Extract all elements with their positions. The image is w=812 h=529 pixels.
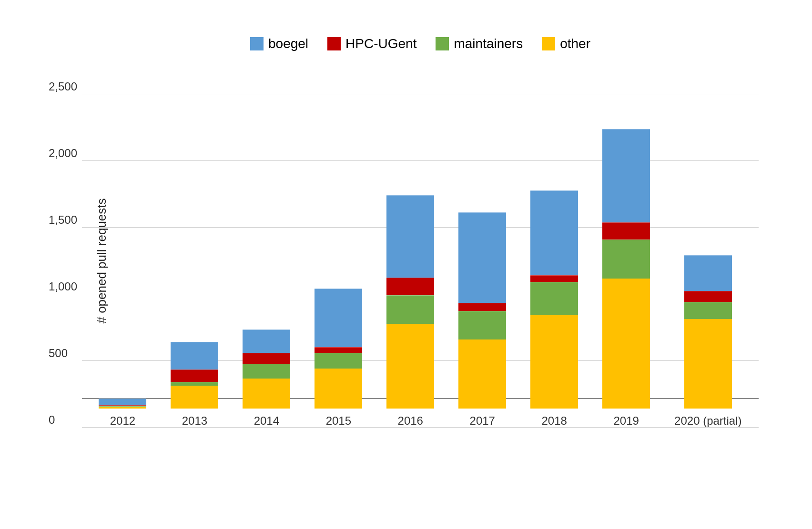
legend-label-maintainers: maintainers (454, 36, 523, 51)
bar-segment-maintainers-2019 (602, 240, 650, 278)
x-label-2013: 2013 (182, 414, 207, 428)
x-label-2012: 2012 (110, 414, 135, 428)
legend-label-other: other (560, 36, 590, 51)
bar-group-2016: 2016 (386, 195, 434, 428)
bar-group-2018: 2018 (530, 190, 578, 428)
bar-segment-hpcUGent-2016 (386, 278, 434, 295)
bar-segment-other-2016 (386, 324, 434, 409)
bar-stack-2017 (458, 212, 506, 409)
bar-stack-2016 (386, 195, 434, 409)
bar-segment-maintainers-2014 (243, 364, 290, 379)
bar-segment-other-2018 (530, 315, 578, 409)
bar-segment-boegel-2013 (171, 342, 218, 370)
bars-row: 201220132014201520162017201820192020 (pa… (82, 66, 759, 428)
chart-area: # opened pull requests 05001,0001,5002,0… (82, 66, 759, 456)
bar-segment-other-2012 (99, 407, 146, 409)
bar-segment-boegel-2019 (602, 129, 650, 222)
bar-group-2013: 2013 (171, 342, 218, 428)
bar-segment-other-2015 (315, 369, 362, 409)
y-tick-label-500: 500 (49, 347, 68, 360)
x-label-2019: 2019 (613, 414, 639, 428)
bar-segment-other-2020-(partial) (684, 319, 732, 409)
bar-segment-maintainers-2016 (386, 295, 434, 324)
bar-stack-2014 (243, 329, 290, 408)
y-tick-label-1500: 1,500 (49, 213, 77, 227)
legend-label-hpc-ugent: HPC-UGent (345, 36, 416, 51)
bar-segment-other-2019 (602, 279, 650, 409)
bar-segment-maintainers-2020-(partial) (684, 302, 732, 319)
legend: boegel HPC-UGent maintainers other (82, 36, 759, 51)
grid-and-bars: 05001,0001,5002,0002,500 201220132014201… (82, 66, 759, 428)
bar-segment-other-2013 (171, 386, 218, 409)
legend-item-boegel: boegel (250, 36, 308, 51)
y-tick-label-2500: 2,500 (49, 80, 77, 93)
bar-group-2017: 2017 (458, 212, 506, 428)
bar-segment-boegel-2014 (243, 329, 290, 353)
x-label-2018: 2018 (541, 414, 567, 428)
bar-group-2019: 2019 (602, 129, 650, 428)
bar-segment-maintainers-2013 (171, 382, 218, 386)
bar-stack-2012 (99, 399, 146, 409)
legend-item-hpc-ugent: HPC-UGent (327, 36, 416, 51)
y-tick-label-1000: 1,000 (49, 280, 77, 293)
bar-stack-2019 (602, 129, 650, 409)
chart-container: boegel HPC-UGent maintainers other # ope… (25, 27, 787, 503)
bar-stack-2015 (315, 289, 362, 409)
bar-group-2015: 2015 (315, 289, 362, 428)
boegel-swatch (250, 37, 264, 50)
bar-segment-boegel-2015 (315, 289, 362, 347)
bar-stack-2018 (530, 190, 578, 409)
x-label-2020-(partial): 2020 (partial) (674, 414, 741, 428)
x-label-2016: 2016 (398, 414, 423, 428)
bar-segment-boegel-2017 (458, 212, 506, 303)
legend-item-other: other (542, 36, 590, 51)
bar-segment-boegel-2020-(partial) (684, 255, 732, 291)
bar-segment-other-2014 (243, 379, 290, 409)
bar-stack-2013 (171, 342, 218, 409)
x-label-2015: 2015 (326, 414, 351, 428)
bar-segment-maintainers-2017 (458, 311, 506, 339)
bar-group-2020-(partial): 2020 (partial) (674, 255, 741, 428)
bar-segment-hpcUGent-2019 (602, 222, 650, 240)
bar-segment-hpcUGent-2015 (315, 347, 362, 353)
bar-segment-hpcUGent-2013 (171, 369, 218, 381)
bar-segment-maintainers-2018 (530, 282, 578, 315)
maintainers-swatch (436, 37, 449, 50)
x-label-2014: 2014 (254, 414, 279, 428)
hpc-ugent-swatch (327, 37, 341, 50)
legend-label-boegel: boegel (268, 36, 308, 51)
bar-segment-other-2017 (458, 339, 506, 408)
y-tick-label-0: 0 (49, 413, 55, 427)
bar-group-2012: 2012 (99, 399, 146, 428)
bar-segment-hpcUGent-2018 (530, 275, 578, 282)
bar-segment-boegel-2018 (530, 190, 578, 275)
y-tick-label-2000: 2,000 (49, 147, 77, 160)
bar-segment-hpcUGent-2017 (458, 303, 506, 311)
bar-segment-boegel-2016 (386, 195, 434, 278)
legend-item-maintainers: maintainers (436, 36, 523, 51)
bar-segment-boegel-2012 (99, 399, 146, 405)
bar-stack-2020-(partial) (684, 255, 732, 409)
bar-segment-hpcUGent-2020-(partial) (684, 291, 732, 301)
bar-group-2014: 2014 (243, 329, 290, 427)
bar-segment-maintainers-2015 (315, 353, 362, 368)
bar-segment-hpcUGent-2014 (243, 353, 290, 363)
x-label-2017: 2017 (470, 414, 495, 428)
other-swatch (542, 37, 555, 50)
